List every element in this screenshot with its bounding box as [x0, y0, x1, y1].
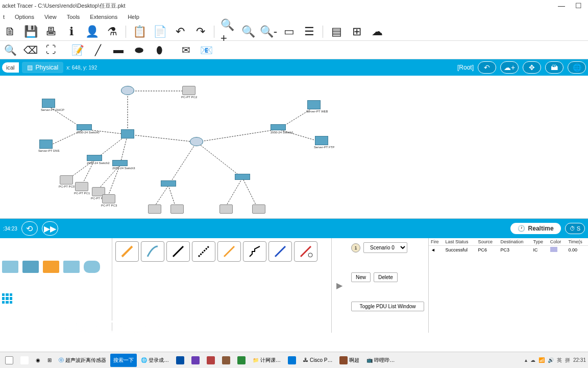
- note-icon[interactable]: 📝: [70, 43, 85, 57]
- switch3[interactable]: 2950-24 Switch3: [112, 160, 128, 171]
- conn-crossover[interactable]: [192, 241, 215, 262]
- tray-up-icon[interactable]: ▴: [525, 357, 527, 363]
- taskbar-ie[interactable]: ⓔ超声波距离传感器: [56, 354, 109, 367]
- device-cat-5[interactable]: [84, 261, 100, 273]
- taskbar-vs[interactable]: [188, 354, 203, 367]
- root-label[interactable]: [Root]: [457, 64, 474, 71]
- expand-handle[interactable]: ▶: [332, 238, 347, 333]
- tray-ime2[interactable]: 拼: [565, 357, 570, 364]
- save-icon[interactable]: 💾: [23, 25, 38, 39]
- pc7[interactable]: [251, 204, 266, 216]
- grid-icon[interactable]: [2, 293, 12, 304]
- freeform-icon[interactable]: ⬮: [152, 43, 166, 57]
- conn-auto[interactable]: [115, 241, 139, 262]
- menu-help[interactable]: Help: [128, 14, 139, 20]
- redo-icon[interactable]: ↷: [193, 25, 208, 39]
- server-web[interactable]: Server-PT WEB: [306, 100, 322, 111]
- conn-phone[interactable]: [243, 241, 266, 262]
- taskbar-bili[interactable]: 📺哔哩哔…: [363, 354, 398, 367]
- line-icon[interactable]: ╱: [91, 43, 105, 57]
- taskbar-start[interactable]: [2, 354, 16, 367]
- conn-fiber[interactable]: [217, 241, 241, 262]
- menu-options[interactable]: Options: [15, 14, 34, 20]
- menu-file[interactable]: t: [3, 14, 5, 20]
- info-icon[interactable]: ℹ: [64, 25, 79, 39]
- conn-serial[interactable]: [294, 241, 317, 262]
- print-icon[interactable]: 🖶: [44, 25, 58, 39]
- pc6[interactable]: [218, 204, 234, 216]
- cloud-icon[interactable]: ☁: [370, 25, 384, 39]
- menu-tools[interactable]: Tools: [67, 14, 80, 20]
- pc0[interactable]: PC-PT PC0: [59, 175, 74, 187]
- pdu-col-type[interactable]: Type: [531, 238, 548, 246]
- network-canvas[interactable]: Server-PT DHCP Server-PT DNS Server-PT W…: [0, 76, 588, 219]
- pdu-row[interactable]: ◄ Successful PC6 PC3 IC 0.00: [429, 246, 588, 255]
- fastforward-icon[interactable]: ▶▶: [42, 221, 58, 236]
- delete-scenario-button[interactable]: Delete: [374, 272, 398, 282]
- toggle-pdu-button[interactable]: Toggle PDU List Window: [351, 302, 424, 311]
- pdu-col-color[interactable]: Color: [548, 238, 567, 246]
- taskbar-app5[interactable]: [234, 354, 249, 367]
- tray-volume-icon[interactable]: 🔊: [548, 357, 554, 363]
- device-cat-1[interactable]: [2, 261, 18, 273]
- device2-icon[interactable]: ⊞: [350, 25, 364, 39]
- pdu-col-status[interactable]: Last Status: [443, 238, 476, 246]
- switch1[interactable]: 2950-24 Switch1: [271, 124, 286, 135]
- realtime-button[interactable]: 🕐 Realtime: [510, 223, 561, 234]
- zoomreset-icon[interactable]: 🔍: [241, 25, 255, 39]
- switch4[interactable]: [161, 180, 176, 192]
- pc-top[interactable]: PC-PT PC2: [181, 86, 197, 97]
- device-cat-2[interactable]: [22, 261, 39, 273]
- zoomin-icon[interactable]: 🔍+: [220, 25, 235, 39]
- cloud-nav-icon[interactable]: ☁+: [500, 61, 519, 74]
- pdu-col-dest[interactable]: Destination: [499, 238, 531, 246]
- conn-coax[interactable]: [268, 241, 292, 262]
- pc1[interactable]: PC-PT PC1: [74, 182, 89, 193]
- router1[interactable]: [189, 137, 204, 148]
- pdu-col-source[interactable]: Source: [476, 238, 498, 246]
- taskbar-app6[interactable]: [285, 354, 299, 367]
- taskbar-browser[interactable]: 搜索一下: [110, 354, 137, 367]
- simulation-button[interactable]: ⏱ S: [565, 223, 585, 234]
- select-icon[interactable]: 🔍: [3, 43, 17, 57]
- pc3b[interactable]: PC-PT PC3: [101, 194, 116, 205]
- taskbar-cortana[interactable]: ◉: [33, 354, 43, 367]
- pc4[interactable]: [147, 204, 162, 216]
- menu-view[interactable]: View: [44, 14, 57, 20]
- image-nav-icon[interactable]: 🏔: [545, 61, 564, 74]
- minimize-icon[interactable]: —: [554, 2, 569, 10]
- scenario-select[interactable]: Scenario 0: [363, 242, 407, 253]
- activity-icon[interactable]: ⚗: [105, 25, 119, 39]
- logical-tab[interactable]: ical: [2, 62, 19, 73]
- taskbar-app7[interactable]: 啊超: [336, 354, 362, 367]
- rect-icon[interactable]: ▭: [282, 25, 296, 39]
- list-icon[interactable]: ☰: [302, 25, 316, 39]
- new-icon[interactable]: 🗎: [3, 25, 17, 39]
- copy-icon[interactable]: 📋: [132, 25, 146, 39]
- ellipse-icon[interactable]: ⬬: [132, 43, 146, 57]
- back-nav-icon[interactable]: ↶: [478, 61, 496, 74]
- envelope-icon[interactable]: ✉: [179, 43, 193, 57]
- taskbar-cisco[interactable]: 🖧Cisco P…: [300, 354, 335, 367]
- core-switch[interactable]: [120, 129, 135, 141]
- pc5[interactable]: [169, 204, 185, 216]
- taskbar-login[interactable]: 🌐登录成…: [138, 354, 172, 367]
- conn-console[interactable]: [141, 241, 164, 262]
- taskbar-app2[interactable]: [173, 354, 187, 367]
- device1-icon[interactable]: ▤: [329, 25, 344, 39]
- envelope2-icon[interactable]: 📧: [199, 43, 213, 57]
- conn-straight[interactable]: [166, 241, 190, 262]
- tray-clock[interactable]: 22:31: [573, 357, 586, 363]
- zoomout-icon[interactable]: 🔍-: [261, 25, 276, 39]
- move-nav-icon[interactable]: ✥: [523, 61, 541, 74]
- undo-icon[interactable]: ↶: [173, 25, 187, 39]
- server-ftp[interactable]: Server-PT FTP: [314, 136, 329, 147]
- taskbar-folder[interactable]: 📁计网课…: [250, 354, 284, 367]
- tray-wifi-icon[interactable]: 📶: [538, 357, 545, 363]
- paste-icon[interactable]: 📄: [153, 25, 167, 39]
- switch5[interactable]: [235, 174, 250, 185]
- resize-icon[interactable]: ⛶: [44, 43, 58, 57]
- taskbar-app3[interactable]: [204, 354, 218, 367]
- server-dhcp[interactable]: Server-PT DHCP: [41, 99, 56, 110]
- taskbar-search[interactable]: [17, 354, 32, 367]
